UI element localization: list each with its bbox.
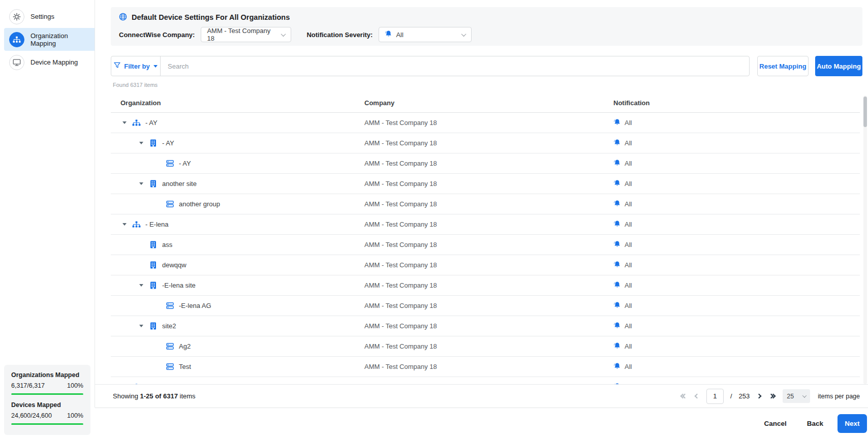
notification-cell[interactable]: All	[613, 159, 860, 168]
pagination-bar: Showing 1-25 of 6317 items 1 / 253 25 it…	[95, 384, 868, 408]
sidebar-item-settings[interactable]: Settings	[4, 5, 95, 28]
company-value: AMM - Test Company 18	[364, 160, 437, 167]
column-header-notification: Notification	[613, 99, 860, 107]
company-value: AMM - Test Company 18	[364, 342, 437, 350]
notification-value: All	[625, 139, 632, 147]
total-pages: 253	[739, 392, 750, 400]
toolbar: Filter by Reset Mapping Auto Mapping	[111, 56, 862, 76]
collapse-caret-icon[interactable]	[138, 284, 145, 287]
notification-cell[interactable]: All	[613, 179, 860, 189]
notification-value: All	[625, 342, 632, 350]
notification-cell[interactable]: All	[613, 118, 860, 128]
table-row[interactable]: -E-lena AG AMM - Test Company 18 All	[111, 296, 860, 316]
company-value: AMM - Test Company 18	[364, 200, 437, 208]
next-button[interactable]: Next	[838, 414, 867, 433]
organization-cell: ass	[111, 241, 364, 248]
company-cell: AMM - Test Company 18	[364, 160, 613, 167]
progress-bar	[11, 423, 83, 425]
table-row[interactable]: - AY AMM - Test Company 18 All	[111, 113, 860, 133]
table-row[interactable]: Ag2 AMM - Test Company 18 All	[111, 336, 860, 357]
table-row[interactable]: - E-lena AMM - Test Company 18 All	[111, 214, 860, 235]
next-page-icon[interactable]	[756, 393, 762, 399]
sidebar-item-device-mapping[interactable]: Device Mapping	[4, 51, 95, 74]
group-icon	[166, 363, 174, 370]
sidebar-item-label: Device Mapping	[30, 58, 78, 66]
organization-label: -E-lena AG	[179, 302, 211, 309]
last-page-icon[interactable]	[768, 393, 776, 399]
table-row[interactable]: -E-lena site AMM - Test Company 18 All	[111, 275, 860, 296]
notification-cell[interactable]: All	[613, 362, 860, 371]
table-row[interactable]: dewqqw AMM - Test Company 18 All	[111, 255, 860, 275]
search-input[interactable]	[161, 56, 749, 76]
table-row[interactable]: ass AMM - Test Company 18 All	[111, 235, 860, 255]
stat-ratio: 24,600/24,600	[11, 412, 52, 419]
current-page-input[interactable]: 1	[706, 389, 724, 404]
stat-ratio: 6,317/6,317	[11, 382, 45, 389]
notification-cell[interactable]: All	[613, 220, 860, 229]
company-cell: AMM - Test Company 18	[364, 363, 613, 370]
progress-track	[11, 393, 83, 395]
building-icon	[149, 261, 158, 269]
organizations-mapped-stat: Organizations Mapped 6,317/6,317 100%	[11, 371, 83, 395]
bottom-action-bar: Cancel Back Next	[95, 408, 868, 437]
sidebar-item-organization-mapping[interactable]: Organization Mapping	[4, 28, 95, 51]
stat-title: Organizations Mapped	[11, 371, 83, 379]
group-icon	[166, 343, 174, 350]
organization-cell: - E-lena	[111, 221, 364, 228]
vertical-scrollbar[interactable]	[863, 96, 867, 384]
cancel-button[interactable]: Cancel	[764, 420, 786, 427]
org-chart-icon	[132, 221, 141, 228]
organization-label: Ag2	[179, 342, 191, 350]
table-row[interactable]: another site AMM - Test Company 18 All	[111, 174, 860, 194]
table-row[interactable]: - AY AMM - Test Company 18 All	[111, 133, 860, 153]
filter-by-button[interactable]: Filter by	[111, 56, 161, 76]
notification-severity-label: Notification Severity:	[306, 31, 373, 39]
page-title: Default Device Settings For All Organiza…	[132, 13, 290, 21]
organization-label: dewqqw	[162, 261, 187, 269]
organization-label: another site	[162, 180, 197, 188]
collapse-caret-icon[interactable]	[121, 121, 128, 124]
first-page-icon[interactable]	[680, 393, 688, 399]
table-row[interactable]: another group AMM - Test Company 18 All	[111, 194, 860, 214]
notification-severity-select[interactable]: All	[379, 27, 472, 42]
notification-value: All	[625, 200, 632, 208]
collapse-caret-icon[interactable]	[138, 182, 145, 185]
back-button[interactable]: Back	[807, 420, 823, 427]
reset-mapping-button[interactable]: Reset Mapping	[757, 56, 809, 76]
items-per-page-select[interactable]: 25	[783, 389, 810, 403]
previous-page-icon[interactable]	[694, 393, 700, 399]
company-cell: AMM - Test Company 18	[364, 221, 613, 228]
notification-cell[interactable]: All	[613, 261, 860, 270]
notification-value: All	[625, 261, 632, 269]
table-row[interactable]: site2 AMM - Test Company 18 All	[111, 316, 860, 336]
organization-label: another group	[179, 200, 220, 208]
sidebar-item-label: Settings	[30, 13, 54, 20]
connectwise-company-select[interactable]: AMM - Test Company 18	[201, 27, 291, 42]
table-row[interactable]: - AY AMM - Test Company 18 All	[111, 153, 860, 174]
notification-cell[interactable]: All	[613, 281, 860, 290]
notification-cell[interactable]: All	[613, 342, 860, 351]
collapse-caret-icon[interactable]	[121, 223, 128, 226]
organization-label: ass	[162, 241, 172, 248]
bell-icon	[613, 342, 621, 351]
notification-cell[interactable]: All	[613, 139, 860, 148]
connectwise-company-label: ConnectWise Company:	[119, 31, 195, 39]
notification-cell[interactable]: All	[613, 200, 860, 209]
org-chart-icon	[132, 119, 141, 127]
scrollbar-thumb[interactable]	[863, 97, 867, 127]
notification-cell[interactable]: All	[613, 301, 860, 310]
notification-cell[interactable]: All	[613, 240, 860, 249]
company-cell: AMM - Test Company 18	[364, 241, 613, 248]
organization-cell: another site	[111, 180, 364, 188]
auto-mapping-button[interactable]: Auto Mapping	[815, 56, 862, 76]
bell-icon	[385, 30, 392, 39]
stat-percent: 100%	[67, 412, 83, 419]
collapse-caret-icon[interactable]	[138, 325, 145, 327]
search-group: Filter by	[111, 56, 750, 76]
table-header: Organization Company Notification	[111, 93, 860, 113]
table-row[interactable]: - E-lena 2 AMM - Test Company 18 All	[111, 377, 860, 384]
notification-severity-value: All	[396, 31, 403, 39]
table-row[interactable]: Test AMM - Test Company 18 All	[111, 357, 860, 377]
notification-cell[interactable]: All	[613, 322, 860, 331]
collapse-caret-icon[interactable]	[138, 142, 145, 144]
